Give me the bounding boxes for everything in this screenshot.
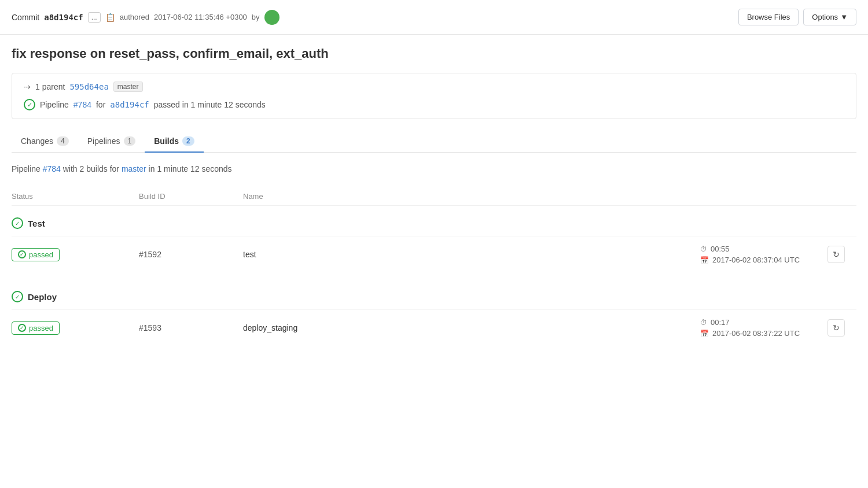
deploy-section-icon: ✓ <box>12 291 23 302</box>
tab-pipelines-label: Pipelines <box>87 136 120 146</box>
passed-badge-deploy: ✓ passed <box>12 321 60 335</box>
table-row: ✓ passed #1593 deploy_staging ⏱ 00:17 📅 … <box>12 309 856 346</box>
tab-changes-badge: 4 <box>57 136 69 146</box>
duration-row-test: ⏱ 00:55 <box>700 245 827 253</box>
actions-test: ↻ <box>827 246 856 263</box>
table-row: ✓ passed #1592 test ⏱ 00:55 📅 2017-06-02… <box>12 236 856 272</box>
passed-badge-test: ✓ passed <box>12 248 60 261</box>
commit-title: fix response on reset_pass, confirm_emai… <box>12 46 856 61</box>
retry-button-deploy[interactable]: ↻ <box>827 319 845 337</box>
pipeline-label: Pipeline <box>40 100 69 109</box>
tab-pipelines-badge: 1 <box>124 136 136 146</box>
authored-time: 2017-06-02 11:35:46 +0300 <box>154 13 247 21</box>
options-button[interactable]: Options ▼ <box>803 9 856 25</box>
date-row-test: 📅 2017-06-02 08:37:04 UTC <box>700 256 827 264</box>
test-section-name: Test <box>28 219 45 228</box>
col-build-id: Build ID <box>139 192 243 201</box>
main-content: fix response on reset_pass, confirm_emai… <box>0 35 868 357</box>
tab-changes[interactable]: Changes 4 <box>12 131 78 153</box>
avatar <box>264 10 279 25</box>
calendar-icon-deploy: 📅 <box>700 330 709 338</box>
tab-builds[interactable]: Builds 2 <box>145 131 203 153</box>
passed-icon-test: ✓ <box>18 250 26 258</box>
build-id-1593: #1593 <box>139 323 243 332</box>
pipeline-for-text: for <box>96 100 105 109</box>
copy-icon[interactable]: 📋 <box>105 13 115 22</box>
tab-changes-label: Changes <box>21 136 53 146</box>
options-label: Options <box>812 13 838 21</box>
header: Commit a8d194cf ... 📋 authored 2017-06-0… <box>0 0 868 35</box>
col-name: Name <box>243 192 700 201</box>
builds-table: Status Build ID Name ✓ Test ✓ passed #15… <box>12 187 856 346</box>
pipeline-id-link[interactable]: #784 <box>73 100 91 109</box>
authored-text: authored <box>120 13 149 21</box>
passed-label-deploy: passed <box>29 324 53 332</box>
calendar-icon-test: 📅 <box>700 256 709 264</box>
pipeline-info-text: Pipeline #784 with 2 builds for master i… <box>12 164 856 173</box>
chevron-down-icon: ▼ <box>840 13 848 21</box>
pipeline-commit-link[interactable]: a8d194cf <box>110 100 149 109</box>
deploy-section-name: Deploy <box>28 292 57 302</box>
build-meta-deploy: ⏱ 00:17 📅 2017-06-02 08:37:22 UTC <box>700 318 827 338</box>
tab-builds-label: Builds <box>154 136 179 146</box>
col-actions <box>827 192 856 201</box>
duration-deploy: 00:17 <box>711 318 730 327</box>
actions-deploy: ↻ <box>827 319 856 337</box>
passed-label-test: passed <box>29 250 53 259</box>
retry-button-test[interactable]: ↻ <box>827 246 845 263</box>
parent-row: ⇢ 1 parent 595d64ea master <box>24 82 844 92</box>
build-id-1592: #1592 <box>139 250 243 259</box>
header-right: Browse Files Options ▼ <box>738 9 856 25</box>
section-spacer-1 <box>12 272 856 284</box>
browse-files-button[interactable]: Browse Files <box>738 9 799 25</box>
tab-pipelines[interactable]: Pipelines 1 <box>78 131 145 153</box>
branch-badge: master <box>113 82 143 92</box>
clock-icon-test: ⏱ <box>700 245 707 253</box>
date-deploy: 2017-06-02 08:37:22 UTC <box>712 329 800 338</box>
test-section-header: ✓ Test <box>12 210 856 236</box>
table-header: Status Build ID Name <box>12 187 856 206</box>
build-name-test: test <box>243 250 700 259</box>
col-meta <box>700 192 827 201</box>
commit-hash: a8d194cf <box>44 13 83 22</box>
build-name-deploy: deploy_staging <box>243 323 700 332</box>
info-box: ⇢ 1 parent 595d64ea master ✓ Pipeline #7… <box>12 73 856 119</box>
deploy-section-header: ✓ Deploy <box>12 284 856 309</box>
header-left: Commit a8d194cf ... 📋 authored 2017-06-0… <box>12 10 738 25</box>
build-status-deploy: ✓ passed <box>12 321 139 335</box>
duration-test: 00:55 <box>711 245 730 253</box>
pipeline-row: ✓ Pipeline #784 for a8d194cf passed in 1… <box>24 99 844 110</box>
pipeline-status-text: passed in 1 minute 12 seconds <box>154 100 266 109</box>
parent-count: 1 parent <box>35 82 65 91</box>
col-status: Status <box>12 192 139 201</box>
tabs-bar: Changes 4 Pipelines 1 Builds 2 <box>12 131 856 153</box>
date-row-deploy: 📅 2017-06-02 08:37:22 UTC <box>700 329 827 338</box>
pipeline-info-link[interactable]: #784 <box>43 164 61 173</box>
duration-row-deploy: ⏱ 00:17 <box>700 318 827 327</box>
ellipsis-button[interactable]: ... <box>88 12 101 23</box>
date-test: 2017-06-02 08:37:04 UTC <box>712 256 800 264</box>
pipeline-status-icon: ✓ <box>24 99 35 110</box>
clock-icon-deploy: ⏱ <box>700 319 707 327</box>
passed-icon-deploy: ✓ <box>18 324 26 332</box>
build-meta-test: ⏱ 00:55 📅 2017-06-02 08:37:04 UTC <box>700 245 827 264</box>
build-status-test: ✓ passed <box>12 248 139 261</box>
authored-by: by <box>252 13 260 21</box>
commit-label: Commit <box>12 13 39 22</box>
tab-builds-badge: 2 <box>182 136 194 146</box>
git-branch-icon: ⇢ <box>24 82 31 91</box>
parent-hash-link[interactable]: 595d64ea <box>69 82 108 91</box>
builds-section: Pipeline #784 with 2 builds for master i… <box>12 164 856 346</box>
master-branch-link[interactable]: master <box>122 164 146 173</box>
test-section-icon: ✓ <box>12 217 23 229</box>
